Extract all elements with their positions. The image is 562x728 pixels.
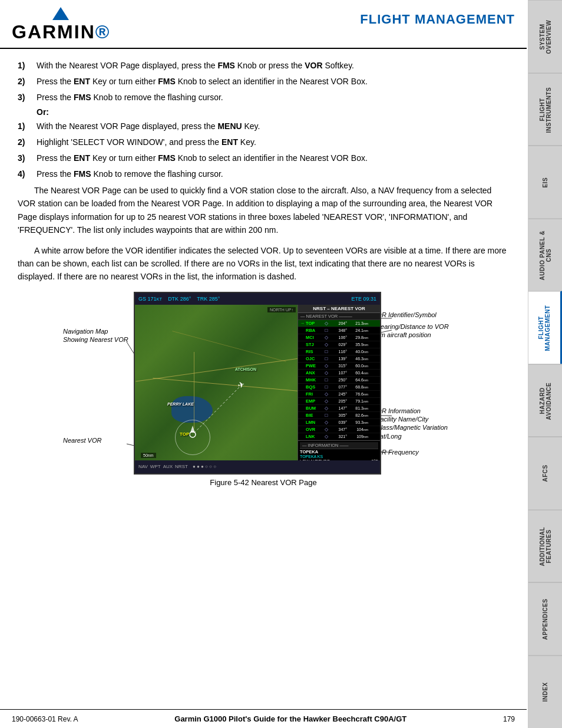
vor-facility-name: TOPEKA (300, 449, 378, 454)
svg-marker-8 (190, 426, 195, 433)
vor-info-title: — INFORMATION —— (300, 442, 378, 449)
page-footer: 190-00663-01 Rev. A Garmin G1000 Pilot's… (0, 709, 527, 728)
vor-row-rba: RBA □ 348° 24.1nm (298, 327, 380, 334)
sidebar-tab-additional-features[interactable]: ADDITIONAL FEATURES (528, 510, 562, 583)
vor-row-stj: STJ ◇ 029° 35.9nm (298, 341, 380, 348)
list-item: 1) With the Nearest VOR Page displayed, … (18, 120, 509, 133)
sidebar-tab-flight-instruments[interactable]: FLIGHT INSTRUMENTS (528, 73, 562, 146)
ete-value: ETE 09:31 (351, 296, 376, 302)
figure-container: Navigation Map Showing Nearest VOR Neare… (18, 292, 509, 490)
dtk-value: DTK 286° (168, 296, 191, 302)
list-item: 2) Press the ENT Key or turn either FMS … (18, 75, 509, 88)
sidebar-tab-eis[interactable]: EIS (528, 146, 562, 219)
vor-row-ovr: OVR ◇ 347° 104nm (298, 426, 380, 433)
trk-value: TRK 285° (197, 296, 220, 302)
list-num-3a: 3) (18, 91, 29, 104)
atchison-label: ATCHISON (235, 367, 256, 371)
svg-line-6 (193, 384, 242, 434)
logo-dot: ® (95, 21, 110, 43)
bottombar-nrst: NRST (175, 464, 188, 469)
sidebar-tab-hazard-avoidance[interactable]: HAZARD AVOIDANCE (528, 364, 562, 437)
footer-center: Garmin G1000 Pilot's Guide for the Hawke… (174, 714, 406, 723)
paragraph-2: A white arrow before the VOR identifier … (18, 244, 509, 284)
section2: 1) With the Nearest VOR Page displayed, … (18, 120, 509, 180)
vor-row-mci: MCI ◇ 106° 29.8nm (298, 334, 380, 341)
right-sidebar: SYSTEM OVERVIEW FLIGHT INSTRUMENTS EIS A… (528, 0, 562, 728)
vor-row-top: → TOP ◇ 204° 21.3nm (298, 320, 380, 327)
vor-row-pwe: PWE ◇ 315° 60.0nm (298, 363, 380, 370)
bottombar-dots: ● ● ● ○ ○ ○ (193, 464, 216, 469)
north-up-label: NORTH UP↑ (267, 307, 296, 312)
sidebar-tab-flight-management[interactable]: FLIGHT MANAGEMENT (528, 291, 562, 364)
sidebar-tab-system-overview[interactable]: SYSTEM OVERVIEW (528, 0, 562, 73)
vor-row-bie: BIE □ 305° 82.6nm (298, 412, 380, 419)
logo-text: GARMIN (12, 21, 95, 43)
bottombar-nav: NAV (138, 464, 148, 469)
vor-panel: NRST – NEAREST VOR — NEAREST VOR ——— → T… (297, 305, 380, 460)
list-num-1b: 1) (18, 120, 29, 133)
sidebar-tab-audio-panel-cns[interactable]: AUDIO PANEL & CNS (528, 219, 562, 292)
list-num-3b: 3) (18, 152, 29, 164)
list-text-3a: Press the FMS Knob to remove the flashin… (37, 91, 509, 104)
vor-row-lmn: LMN ◇ 039° 93.3nm (298, 419, 380, 426)
screen-topbar: GS 171KT DTK 286° TRK 285° ETE 09:31 (135, 293, 380, 305)
list-text-4b: Press the FMS Knob to remove the flashin… (37, 168, 509, 180)
logo-area: GARMIN® (12, 7, 109, 43)
vor-row-ris: RIS □ 116° 40.0nm (298, 348, 380, 355)
vor-row-anx: ANX ◇ 107° 60.4nm (298, 370, 380, 377)
list-num-2b: 2) (18, 136, 29, 149)
sidebar-tab-afcs[interactable]: AFCS (528, 437, 562, 510)
perry-lake-label: PERRY LAKE (167, 402, 194, 406)
vor-row-mhk: MHK □ 250° 64.6nm (298, 377, 380, 384)
logo-triangle-icon (52, 7, 69, 20)
paragraph-1: The Nearest VOR Page can be used to quic… (18, 184, 509, 237)
map-scale: 50nm (141, 453, 156, 458)
bottombar-aux: AUX (163, 464, 173, 469)
list-num-1a: 1) (18, 60, 29, 72)
section1: 1) With the Nearest VOR Page displayed, … (18, 60, 509, 104)
callout-nav-map: Navigation Map Showing Nearest VOR (63, 327, 131, 344)
vor-row-fri: FRI ◇ 245° 76.6nm (298, 391, 380, 398)
list-num-2a: 2) (18, 75, 29, 88)
footer-page-number: 179 (503, 715, 515, 723)
vor-row-ojc: OJC □ 139° 46.3nm (298, 355, 380, 363)
list-item: 3) Press the ENT Key or turn either FMS … (18, 152, 509, 164)
footer-left: 190-00663-01 Rev. A (12, 715, 78, 723)
screen-bottombar: NAV WPT AUX NRST ● ● ● ○ ○ ○ (135, 460, 380, 473)
callout-vor-freq: VOR Frequency (372, 448, 464, 456)
list-text-1b: With the Nearest VOR Page displayed, pre… (37, 120, 509, 133)
list-text-3b: Press the ENT Key or turn either FMS Kno… (37, 152, 509, 164)
list-item: 1) With the Nearest VOR Page displayed, … (18, 60, 509, 72)
list-item: 3) Press the FMS Knob to remove the flas… (18, 91, 509, 104)
callout-nearest-vor: Nearest VOR (63, 436, 131, 444)
bottombar-wpt: WPT (150, 464, 161, 469)
list-num-4b: 4) (18, 168, 29, 180)
callout-vor-info: VOR Information- Facility Name/City- Cla… (372, 407, 464, 440)
list-text-2a: Press the ENT Key or turn either FMS Kno… (37, 75, 509, 88)
page-title: FLIGHT MANAGEMENT (360, 7, 515, 27)
list-text-1a: With the Nearest VOR Page displayed, pre… (37, 60, 509, 72)
page-header: GARMIN® FLIGHT MANAGEMENT (0, 0, 527, 49)
vor-row-bqs: BQS □ 077° 68.8nm (298, 384, 380, 391)
main-content: 1) With the Nearest VOR Page displayed, … (0, 49, 527, 500)
sidebar-tab-appendices[interactable]: APPENDICES (528, 582, 562, 655)
vor-row-lnk: LNK ◇ 321° 109nm (298, 433, 380, 440)
figure-caption: Figure 5-42 Nearest VOR Page (63, 478, 464, 487)
figure-inner: Navigation Map Showing Nearest VOR Neare… (63, 292, 464, 490)
vor-section-nearest: — NEAREST VOR ——— (298, 313, 380, 320)
vor-facility-city: TOPEKA KS (300, 454, 378, 459)
callout-vor-id-sym: VOR Identifier/Symbol (372, 311, 464, 319)
garmin-screen: GS 171KT DTK 286° TRK 285° ETE 09:31 (134, 292, 381, 475)
sidebar-tab-index[interactable]: INDEX (528, 655, 562, 729)
callout-vor-bearing: - Bearing/Distance to VOR from aircraft … (372, 322, 464, 340)
vor-row-emp: EMP ◇ 205° 79.1nm (298, 398, 380, 405)
list-item: 2) Highlight 'SELECT VOR WINDOW', and pr… (18, 136, 509, 149)
nrst-title: NRST – NEAREST VOR (298, 305, 380, 313)
list-item: 4) Press the FMS Knob to remove the flas… (18, 168, 509, 180)
list-text-2b: Highlight 'SELECT VOR WINDOW', and press… (37, 136, 509, 149)
gs-value: GS 171KT (138, 296, 162, 302)
or-label: Or: (37, 107, 509, 117)
vor-row-bum: BUM ◇ 147° 81.3nm (298, 405, 380, 412)
top-label: TOP (180, 431, 189, 437)
